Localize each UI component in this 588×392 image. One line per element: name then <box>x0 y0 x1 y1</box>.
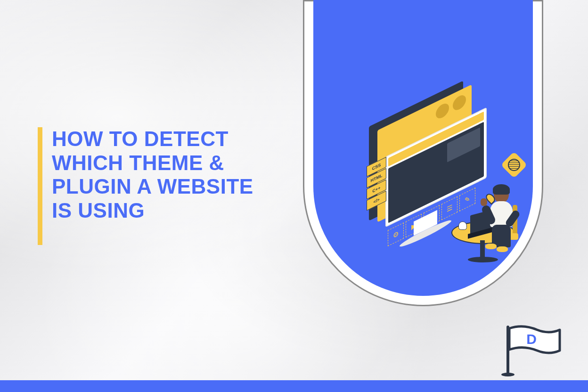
person-head <box>494 186 509 203</box>
headline-block: HOW TO DETECT WHICH THEME & PLUGIN A WEB… <box>38 127 253 245</box>
bottom-strip <box>0 380 588 392</box>
headline-line2: WHICH THEME & <box>52 151 224 174</box>
person-developer <box>494 186 509 203</box>
desk-foot <box>468 257 498 262</box>
code-language-tags: CSS HTML C++ </> <box>367 162 386 207</box>
headline-line4: IS USING <box>52 199 145 222</box>
glasses-icon <box>495 193 507 196</box>
menu-icon: ☰ <box>441 196 457 220</box>
person-shoe-left <box>485 244 497 249</box>
shield-badge: CSS HTML C++ </> ⚙ ▶ ▲ ☰ ✎ <box>303 0 543 306</box>
headline-line1: HOW TO DETECT <box>52 127 229 150</box>
isometric-illustration: CSS HTML C++ </> ⚙ ▶ ▲ ☰ ✎ <box>327 99 520 259</box>
logo-letter: D <box>526 331 537 347</box>
brand-flag-logo: D <box>495 321 565 378</box>
accent-bar <box>38 127 42 245</box>
gear-icon: ⚙ <box>388 222 404 246</box>
desk-leg <box>480 240 485 259</box>
svg-point-0 <box>501 373 514 376</box>
coffee-cup-icon <box>458 221 467 230</box>
headline-line3: PLUGIN A WEBSITE <box>52 175 253 198</box>
headline-text: HOW TO DETECT WHICH THEME & PLUGIN A WEB… <box>52 127 253 245</box>
person-shoe-right <box>497 246 508 252</box>
edit-icon: ✎ <box>459 188 475 212</box>
